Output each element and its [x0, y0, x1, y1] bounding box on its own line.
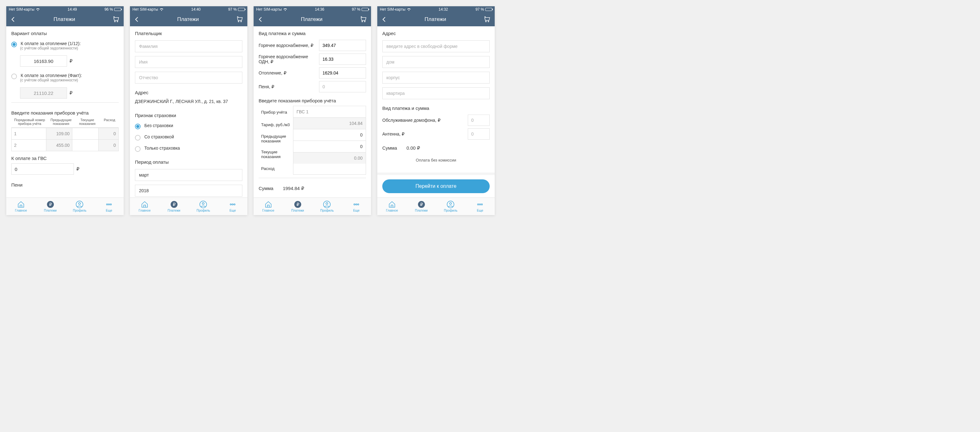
insurance-none[interactable]: Без страховки — [130, 121, 247, 130]
address-value: ДЗЕРЖИНСКИЙ Г., ЛЕСНАЯ УЛ., д. 21, кв. 3… — [130, 98, 247, 108]
tab-payments[interactable]: ₽Платежи — [283, 198, 312, 215]
tab-payments[interactable]: ₽Платежи — [159, 198, 189, 215]
insurance-title: Признак страховки — [130, 108, 247, 121]
amount-1-input[interactable] — [20, 56, 67, 67]
tab-profile[interactable]: Профиль — [189, 198, 218, 215]
svg-point-19 — [356, 204, 357, 205]
svg-point-3 — [79, 203, 81, 205]
hot-water-odn-input[interactable] — [319, 54, 366, 65]
antenna-input[interactable] — [468, 129, 490, 140]
battery-pct: 96 % — [105, 7, 113, 11]
payer-title: Плательщик — [130, 26, 247, 38]
block-input[interactable] — [382, 72, 490, 84]
radio-icon — [11, 41, 17, 47]
patronymic-input[interactable] — [135, 72, 242, 84]
tab-home[interactable]: Главное — [6, 198, 36, 215]
insurance-only[interactable]: Только страховка — [130, 141, 247, 155]
battery-icon — [362, 8, 369, 11]
content: Плательщик Адрес ДЗЕРЖИНСКИЙ Г., ЛЕСНАЯ … — [130, 26, 247, 197]
section-gap — [377, 173, 495, 175]
battery-pct: 97 % — [476, 7, 484, 11]
tab-more[interactable]: Еще — [465, 198, 495, 215]
gvs-title: К оплате за ГВС — [6, 151, 124, 164]
svg-point-17 — [326, 203, 328, 205]
ruble-icon: ₽ — [70, 58, 73, 64]
meter-device-value[interactable]: ГВС 1 — [293, 106, 366, 118]
hot-water-input[interactable] — [319, 40, 366, 51]
tab-payments[interactable]: ₽ Платежи — [36, 198, 65, 215]
cur-reading-input[interactable]: 0 — [293, 141, 366, 152]
svg-text:₽: ₽ — [49, 202, 52, 207]
amount-2-input — [20, 87, 67, 98]
tab-more[interactable]: Еще — [342, 198, 371, 215]
insurance-with[interactable]: Со страховкой — [130, 130, 247, 141]
profile-icon — [323, 201, 331, 208]
cart-icon[interactable] — [236, 16, 243, 23]
back-button[interactable] — [134, 16, 140, 22]
clock: 14:40 — [191, 7, 201, 11]
option-1-note: (с учётом общей задолженности) — [6, 46, 124, 54]
period-year-input[interactable] — [135, 185, 242, 197]
house-input[interactable] — [382, 56, 490, 68]
payment-type-title: Вид платежа и сумма — [254, 26, 371, 38]
tab-profile[interactable]: Профиль — [436, 198, 466, 215]
payments-icon: ₽ — [47, 201, 54, 208]
svg-point-26 — [479, 204, 480, 205]
sim-status: Нет SIM-карты — [256, 7, 282, 11]
cart-icon[interactable] — [360, 16, 367, 23]
radio-icon — [135, 146, 141, 152]
tab-home[interactable]: Главное — [130, 198, 159, 215]
nav-bar: Платежи — [6, 13, 124, 26]
cart-icon[interactable] — [484, 16, 491, 23]
tab-more[interactable]: Еще — [94, 198, 124, 215]
address-title: Адрес — [130, 86, 247, 98]
flat-input[interactable] — [382, 87, 490, 99]
ruble-icon: ₽ — [70, 90, 73, 96]
svg-point-25 — [477, 204, 479, 205]
screen-4: Нет SIM-карты 14:32 97 % Платежи Адрес В… — [377, 6, 495, 215]
table-row: 2 455.00 0 — [11, 139, 118, 151]
tab-more[interactable]: Еще — [218, 198, 247, 215]
tabbar: Главное ₽Платежи Профиль Еще — [254, 197, 371, 215]
heating-input[interactable] — [319, 67, 366, 79]
intercom-input[interactable] — [468, 114, 490, 126]
wifi-icon — [159, 8, 164, 11]
name-input[interactable] — [135, 56, 242, 68]
profile-icon — [76, 201, 83, 208]
cart-icon[interactable] — [112, 16, 120, 23]
status-bar: Нет SIM-карты 14:49 96 % — [6, 6, 124, 13]
clock: 14:49 — [68, 7, 77, 11]
period-month-input[interactable] — [135, 169, 242, 181]
address-input[interactable] — [382, 40, 490, 52]
back-button[interactable] — [258, 16, 264, 22]
tab-payments[interactable]: ₽Платежи — [407, 198, 436, 215]
current-reading-input[interactable] — [72, 128, 99, 139]
tab-home[interactable]: Главное — [377, 198, 407, 215]
home-icon — [141, 201, 148, 208]
home-icon — [388, 201, 396, 208]
prev-reading-input[interactable]: 0 — [293, 129, 366, 141]
more-icon — [105, 201, 113, 208]
status-bar: Нет SIM-карты 14:40 97 % — [130, 6, 247, 13]
svg-text:₽: ₽ — [172, 202, 175, 207]
nav-title: Платежи — [301, 16, 323, 22]
payments-icon: ₽ — [170, 201, 178, 208]
tab-home[interactable]: Главное — [254, 198, 283, 215]
back-button[interactable] — [381, 16, 387, 22]
payments-icon: ₽ — [294, 201, 302, 208]
gvs-input[interactable] — [11, 164, 74, 175]
address-title: Адрес — [377, 26, 495, 38]
back-button[interactable] — [10, 16, 16, 22]
penalty-input[interactable] — [319, 81, 366, 92]
proceed-button[interactable]: Перейти к оплате — [382, 179, 490, 193]
tabbar: Главное ₽ Платежи Профиль Еще — [6, 197, 124, 215]
expense-value: 0.00 — [293, 152, 366, 164]
tab-profile[interactable]: Профиль — [65, 198, 95, 215]
current-reading-input[interactable] — [72, 140, 99, 151]
battery-pct: 97 % — [352, 7, 360, 11]
more-icon — [476, 201, 484, 208]
tab-profile[interactable]: Профиль — [312, 198, 342, 215]
surname-input[interactable] — [135, 40, 242, 52]
period-title: Период оплаты — [130, 155, 247, 167]
nav-title: Платежи — [177, 16, 199, 22]
